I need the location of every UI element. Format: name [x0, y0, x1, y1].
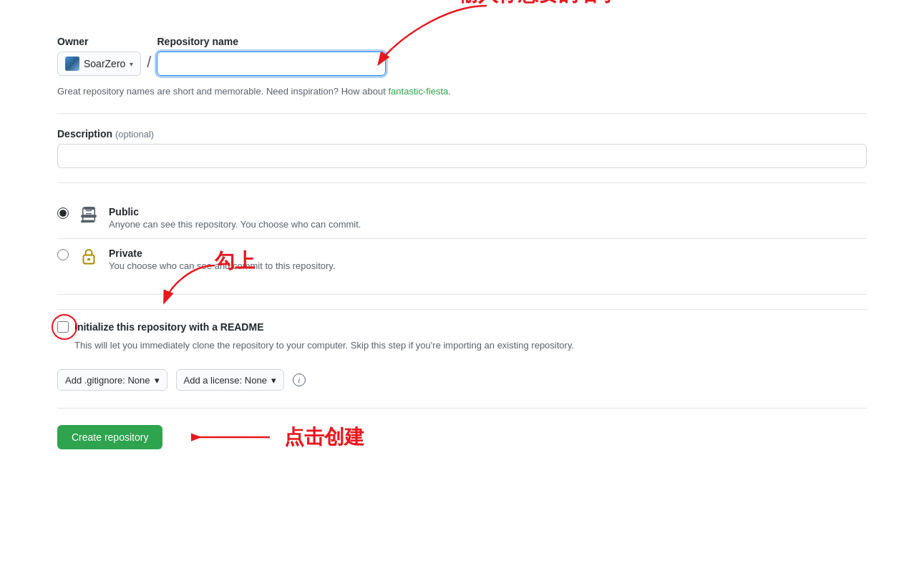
gitignore-dropdown[interactable]: Add .gitignore: None ▾ — [57, 369, 167, 391]
create-repository-button[interactable]: Create repository — [57, 425, 162, 449]
private-text: Private You choose who can see and commi… — [109, 248, 336, 271]
license-label: Add a license: None — [184, 375, 267, 386]
gitignore-arrow-icon: ▾ — [155, 375, 160, 386]
gitignore-label: Add .gitignore: None — [65, 375, 150, 386]
svg-rect-6 — [87, 258, 91, 260]
annotation-label-1: 输入你想要的名字 — [458, 0, 618, 8]
license-dropdown[interactable]: Add a license: None ▾ — [176, 369, 284, 391]
private-label: Private — [109, 248, 336, 259]
owner-dropdown[interactable]: SoarZero ▾ — [57, 52, 141, 76]
page-wrapper: Owner SoarZero ▾ / Repository name — [29, 21, 895, 466]
create-row: Create repository 点击创建 — [57, 423, 867, 451]
license-arrow-icon: ▾ — [271, 375, 276, 386]
owner-name: SoarZero — [84, 58, 125, 69]
divider-1 — [57, 113, 867, 114]
book-icon — [81, 207, 97, 223]
private-description: You choose who can see and commit to thi… — [109, 260, 336, 271]
divider-2 — [57, 182, 867, 183]
repo-name-field-group: Repository name — [157, 36, 386, 76]
hint-text-end: . — [448, 86, 451, 97]
owner-label: Owner — [57, 36, 141, 47]
init-description: This will let you immediately clone the … — [74, 338, 867, 353]
annotation-3: 点击创建 — [191, 423, 364, 451]
lock-icon — [81, 248, 97, 265]
dropdowns-row: Add .gitignore: None ▾ Add a license: No… — [57, 369, 867, 391]
init-section: Initialize this repository with a README… — [57, 309, 867, 370]
private-option: Private You choose who can see and commi… — [57, 238, 867, 280]
public-radio[interactable] — [57, 207, 69, 219]
hint-text-start: Great repository names are short and mem… — [57, 86, 388, 97]
chevron-down-icon: ▾ — [130, 60, 133, 68]
description-input[interactable] — [57, 144, 867, 168]
private-icon — [77, 245, 100, 268]
init-checkbox-row: Initialize this repository with a README — [57, 321, 867, 333]
divider-4 — [57, 408, 867, 409]
divider-3 — [57, 294, 867, 295]
hint-text: Great repository names are short and mem… — [57, 84, 867, 99]
annotation-label-3: 点击创建 — [284, 424, 364, 451]
public-icon — [77, 203, 100, 226]
private-radio[interactable] — [57, 249, 69, 260]
public-label: Public — [109, 206, 361, 218]
repo-name-input[interactable] — [157, 52, 386, 76]
path-separator: / — [147, 53, 151, 74]
description-label: Description (optional) — [57, 128, 867, 140]
info-icon[interactable]: i — [293, 373, 306, 386]
public-text: Public Anyone can see this repository. Y… — [109, 206, 361, 230]
public-description: Anyone can see this repository. You choo… — [109, 219, 361, 230]
suggestion-link[interactable]: fantastic-fiesta — [388, 86, 448, 97]
checkbox-wrapper — [57, 321, 69, 333]
init-label: Initialize this repository with a README — [74, 321, 263, 333]
public-option: Public Anyone can see this repository. Y… — [57, 197, 867, 238]
owner-repo-row: Owner SoarZero ▾ / Repository name — [57, 36, 867, 76]
init-checkbox[interactable] — [57, 321, 69, 333]
arrow-svg-3 — [191, 423, 277, 451]
owner-avatar — [65, 57, 79, 71]
owner-field-group: Owner SoarZero ▾ — [57, 36, 141, 76]
description-section: Description (optional) — [57, 128, 867, 168]
repo-name-label: Repository name — [157, 36, 386, 47]
optional-label: (optional) — [115, 129, 154, 140]
